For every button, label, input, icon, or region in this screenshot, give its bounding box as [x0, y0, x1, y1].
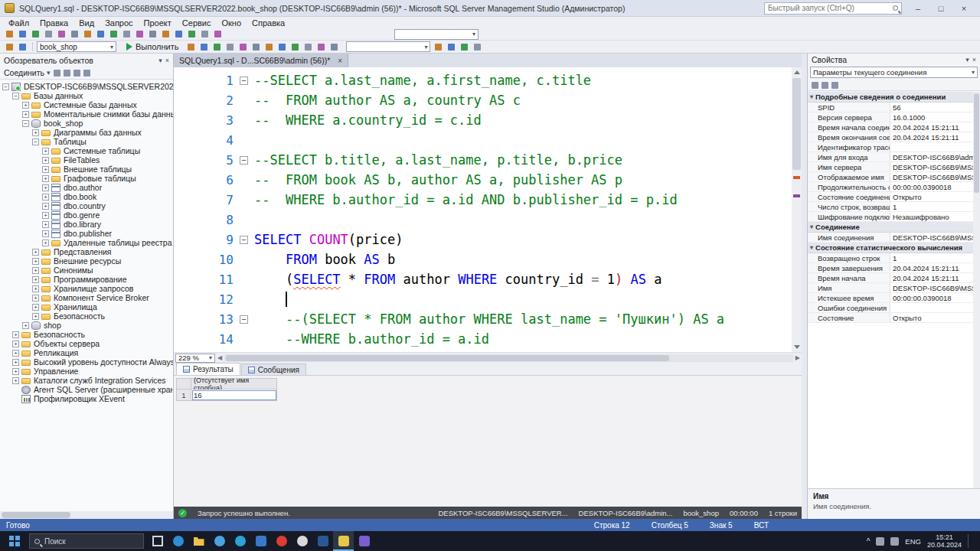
close-button[interactable]: ×	[952, 1, 975, 16]
cut-icon[interactable]	[81, 29, 93, 40]
language-indicator[interactable]: ENG	[905, 537, 921, 546]
fold-collapse-icon[interactable]: −	[240, 77, 248, 85]
object-explorer-settings-icon[interactable]	[54, 70, 60, 77]
tree-item[interactable]: +dbo.genre	[0, 210, 173, 220]
secondary-combobox[interactable]: ▾	[346, 41, 430, 52]
tree-item[interactable]: +Графовые таблицы	[0, 174, 173, 183]
results-to-text-icon[interactable]	[237, 41, 249, 52]
property-row[interactable]: Возвращено строк1	[808, 253, 973, 263]
column-header[interactable]: (Отсутствует имя столбца)	[191, 378, 277, 390]
redo-icon[interactable]	[133, 29, 145, 40]
property-row[interactable]: Имя сервераDESKTOP-ISC66B9\MSSQLSERV	[808, 162, 973, 172]
comment-out-icon[interactable]	[276, 41, 288, 52]
registered-servers-icon[interactable]	[185, 29, 198, 40]
new-query-icon[interactable]	[3, 29, 15, 40]
expand-icon[interactable]: +	[32, 313, 39, 320]
uncomment-icon[interactable]	[289, 41, 301, 52]
scroll-right-icon[interactable]: ▶	[795, 354, 800, 361]
clock[interactable]: 15:21 20.04.2024	[927, 533, 962, 549]
tree-item[interactable]: Профилировщик XEvent	[0, 394, 173, 403]
expand-icon[interactable]: +	[42, 203, 49, 210]
tree-item[interactable]: +Внешние таблицы	[0, 165, 173, 174]
notification-center-button[interactable]	[968, 534, 977, 548]
tree-item[interactable]: −book_shop	[0, 119, 173, 128]
code-line[interactable]: 2-- FROM author AS a, country AS c	[174, 90, 792, 110]
stop-icon[interactable]	[83, 70, 90, 77]
property-section-header-1[interactable]: ▾Соединение	[808, 222, 973, 233]
property-row[interactable]: Имя для входаDESKTOP-ISC66B9\admin	[808, 152, 973, 162]
property-pages-icon[interactable]	[831, 82, 838, 89]
include-client-statistics-icon[interactable]	[224, 41, 236, 52]
cancel-query-icon[interactable]	[185, 41, 197, 52]
expand-icon[interactable]: +	[32, 249, 39, 256]
code-line[interactable]: 8	[174, 210, 792, 230]
outdent-icon[interactable]	[315, 41, 327, 52]
code-line[interactable]: 12	[174, 289, 792, 309]
close-icon[interactable]: ×	[165, 57, 169, 64]
property-row[interactable]: ИмяDESKTOP-ISC66B9\MSSQLSERV	[808, 283, 973, 293]
query-options-icon[interactable]	[445, 41, 457, 52]
property-section-header-2[interactable]: ▾Состояние статистического вычисления	[808, 243, 973, 253]
tree-item[interactable]: +Хранилища	[0, 302, 173, 311]
full-screen-icon[interactable]	[198, 29, 211, 40]
code-line[interactable]: 13− --(SELECT * FROM author WHERE last_n…	[174, 309, 792, 329]
tree-item[interactable]: −Таблицы	[0, 137, 173, 146]
property-row[interactable]: Идентификатор трассировки	[808, 142, 973, 152]
categorized-view-icon[interactable]	[812, 82, 818, 89]
expand-icon[interactable]: +	[32, 267, 39, 274]
expand-icon[interactable]: +	[32, 304, 39, 311]
tree-item[interactable]: +Синонимы	[0, 266, 173, 275]
navigate-back-icon[interactable]	[146, 29, 158, 40]
result-cell[interactable]: 16	[191, 390, 277, 401]
code-line[interactable]: 10 FROM book AS b	[174, 249, 792, 269]
navigate-forward-icon[interactable]	[159, 29, 172, 40]
grid-corner[interactable]	[176, 378, 191, 390]
execute-button[interactable]: Выполнить	[122, 41, 183, 53]
code-line[interactable]: 9−SELECT COUNT(price)	[174, 230, 792, 249]
expand-icon[interactable]: +	[42, 148, 49, 155]
expand-icon[interactable]: +	[42, 194, 49, 201]
scroll-down-icon[interactable]	[794, 345, 800, 349]
open-file-icon[interactable]	[16, 29, 28, 40]
property-row[interactable]: Время завершения20.04.2024 15:21:11	[808, 263, 973, 273]
tree-item[interactable]: +Системные базы данных	[0, 100, 173, 109]
property-row[interactable]: Имя соединенияDESKTOP-ISC66B9\MSSQLSERV	[808, 233, 973, 243]
fold-collapse-icon[interactable]: −	[240, 315, 248, 324]
close-icon[interactable]: ×	[338, 57, 342, 65]
code-line[interactable]: 1−--SELECT a.last_name, a.first_name, c.…	[174, 70, 792, 90]
expand-icon[interactable]: +	[42, 221, 49, 228]
specify-template-values-icon[interactable]	[328, 41, 340, 52]
undo-icon[interactable]	[120, 29, 132, 40]
tree-item[interactable]: +Управление	[0, 367, 173, 376]
close-icon[interactable]: ×	[972, 56, 976, 64]
editor-vertical-scrollbar[interactable]	[792, 67, 802, 352]
expand-icon[interactable]: +	[42, 240, 49, 246]
tree-item[interactable]: +Диаграммы баз данных	[0, 128, 173, 137]
tree-item[interactable]: −Базы данных	[0, 91, 173, 100]
property-row[interactable]: СостояниеОткрыто	[808, 313, 973, 323]
property-row[interactable]: Время окончания соединения20.04.2024 15:…	[808, 132, 973, 142]
row-header[interactable]: 1	[176, 390, 191, 401]
tree-item[interactable]: +Безопасность	[0, 311, 173, 321]
tree-item[interactable]: +Представления	[0, 247, 173, 256]
expand-icon[interactable]: +	[22, 111, 29, 118]
property-row[interactable]: Ошибки соединения	[808, 303, 973, 313]
collapse-icon[interactable]: −	[2, 83, 9, 90]
results-to-file-icon[interactable]	[263, 41, 275, 52]
tab-messages[interactable]: Сообщения	[241, 364, 306, 375]
expand-icon[interactable]: +	[42, 230, 49, 237]
taskbar-search-input[interactable]: Поиск	[29, 533, 144, 549]
fold-collapse-icon[interactable]: −	[240, 156, 248, 165]
maximize-button[interactable]: □	[929, 1, 952, 16]
mail-icon[interactable]	[250, 531, 271, 551]
save-icon[interactable]	[29, 29, 41, 40]
browser-icon[interactable]	[209, 531, 230, 551]
collapse-icon[interactable]: −	[12, 93, 19, 99]
expand-icon[interactable]: +	[42, 184, 49, 191]
connect-database-icon[interactable]	[3, 41, 15, 52]
feedback-icon[interactable]	[211, 29, 224, 40]
tree-item[interactable]: +dbo.publisher	[0, 229, 173, 238]
menu-item-7[interactable]: Справка	[247, 17, 290, 28]
tree-item[interactable]: +Внешние ресурсы	[0, 256, 173, 266]
expand-icon[interactable]: +	[22, 322, 29, 329]
